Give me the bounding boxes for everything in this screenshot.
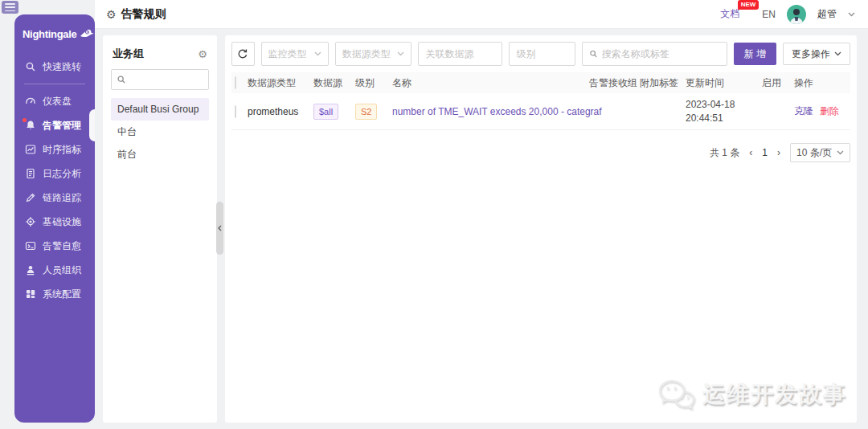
col-name: 名称: [392, 76, 589, 90]
business-group-title: 业务组: [113, 47, 144, 61]
sidebar-item-tracing[interactable]: 链路追踪: [14, 186, 95, 210]
related-datasource-input[interactable]: [425, 48, 495, 59]
col-datasource-type: 数据源类型: [248, 76, 313, 90]
current-page[interactable]: 1: [762, 147, 768, 158]
username[interactable]: 超管: [817, 7, 837, 21]
severity-input[interactable]: [516, 48, 567, 59]
table-header-row: 数据源类型 数据源 级别 名称 告警接收组 附加标签 更新时间 启用 操作: [231, 72, 850, 93]
chevron-down-icon: [314, 51, 321, 56]
pagination: 共 1 条 ‹ 1 › 10 条/页: [231, 143, 850, 162]
col-notify-groups: 告警接收组: [589, 76, 640, 90]
next-page-icon[interactable]: ›: [777, 147, 780, 158]
sidebar-item-personnel[interactable]: 人员组织: [14, 258, 95, 282]
business-group-gear-icon[interactable]: ⚙: [198, 48, 207, 60]
related-datasource-input-wrap: [418, 42, 502, 66]
datasource-tag: $all: [313, 104, 338, 120]
table-row: prometheus $all S2 number of TME_WAIT ex…: [231, 93, 850, 130]
file-icon: [25, 168, 36, 179]
row-checkbox[interactable]: [235, 105, 236, 118]
severity-input-wrap: [509, 42, 575, 66]
sidebar-item-log-analysis[interactable]: 日志分析: [14, 161, 95, 186]
pencil-icon: [25, 192, 36, 203]
col-operations: 操作: [794, 76, 850, 90]
chevron-down-icon: [397, 51, 404, 56]
terminal-icon: [25, 240, 36, 251]
cell-datasource-type: prometheus: [248, 106, 313, 117]
more-actions-button[interactable]: 更多操作: [783, 43, 850, 65]
business-group-search-input[interactable]: [129, 74, 202, 85]
sidebar-menu: 快速跳转 仪表盘 告警管理 时序指标 日志分析 链路追踪 基础设施: [14, 55, 95, 306]
refresh-button[interactable]: [231, 42, 255, 66]
col-severity: 级别: [355, 76, 392, 90]
sidebar-item-alert-self-healing[interactable]: 告警自愈: [14, 234, 95, 258]
delete-link[interactable]: 删除: [820, 105, 839, 116]
page-title: ⚙ 告警规则: [106, 7, 166, 22]
sidebar-divider: [24, 84, 85, 84]
select-all-checkbox[interactable]: [235, 76, 236, 89]
business-group-item[interactable]: 前台: [111, 143, 209, 165]
language-switch[interactable]: EN: [762, 9, 776, 20]
gauge-icon: [25, 96, 36, 107]
chevron-down-icon: [837, 150, 844, 155]
sidebar-item-dashboard[interactable]: 仪表盘: [14, 89, 95, 113]
sidebar-item-infrastructure[interactable]: 基础设施: [14, 210, 95, 234]
chevron-down-icon: [834, 51, 841, 56]
grid-icon: [25, 288, 36, 300]
clone-link[interactable]: 克隆: [794, 105, 813, 116]
refresh-icon: [237, 48, 248, 59]
search-input-wrap: [582, 42, 727, 66]
business-group-item[interactable]: Default Busi Group: [111, 98, 209, 121]
business-group-header: 业务组 ⚙: [111, 47, 209, 61]
search-input[interactable]: [602, 48, 720, 59]
header-right: 文档 NEW EN 超管: [720, 5, 855, 24]
sidebar: Nightingale 快速跳转 仪表盘 告警管理 时序指标: [14, 14, 95, 423]
pagination-total: 共 1 条: [710, 146, 739, 160]
col-datasource: 数据源: [313, 76, 355, 90]
target-icon: [25, 216, 36, 227]
add-button[interactable]: 新 增: [734, 43, 776, 65]
business-group-search[interactable]: [111, 69, 209, 90]
cell-update-at: 2023-04-18 20:44:51: [686, 98, 762, 125]
active-item-notch: [89, 109, 95, 141]
avatar[interactable]: [787, 5, 806, 24]
sidebar-item-system-config[interactable]: 系统配置: [14, 282, 95, 306]
app-logo[interactable]: Nightingale: [14, 14, 95, 48]
business-group-item[interactable]: 中台: [111, 121, 209, 143]
window-collapse-icon[interactable]: [2, 1, 18, 14]
avatar-person-icon: [787, 5, 806, 24]
sidebar-item-time-series[interactable]: 时序指标: [14, 137, 95, 161]
docs-link[interactable]: 文档 NEW: [720, 7, 739, 21]
alert-rules-panel: 监控类型 数据源类型 新 增 更多操作 数据源类型 数据源 级别 名称: [225, 35, 857, 423]
col-enabled: 启用: [762, 76, 794, 90]
new-badge: NEW: [738, 0, 760, 10]
search-icon: [117, 75, 126, 84]
person-icon: [25, 264, 36, 276]
chevron-left-icon: [218, 225, 222, 231]
page-size-select[interactable]: 10 条/页: [790, 143, 850, 162]
search-icon: [25, 61, 36, 72]
cell-operations: 克隆删除: [794, 104, 850, 118]
col-update-at: 更新时间: [686, 76, 762, 90]
settings-gear-icon: ⚙: [106, 9, 117, 20]
bell-icon: [25, 120, 36, 131]
chevron-down-icon[interactable]: [848, 12, 855, 17]
datasource-type-select[interactable]: 数据源类型: [335, 42, 412, 66]
monitor-type-select[interactable]: 监控类型: [261, 42, 329, 66]
severity-tag: S2: [355, 104, 377, 120]
nightingale-bird-icon: [80, 27, 96, 40]
business-group-panel: 业务组 ⚙ Default Busi Group 中台 前台: [103, 35, 217, 423]
prev-page-icon[interactable]: ‹: [749, 147, 752, 158]
rule-name-link[interactable]: number of TME_WAIT exceeds 20,000 - cate…: [392, 106, 602, 117]
filter-toolbar: 监控类型 数据源类型 新 增 更多操作: [231, 42, 850, 66]
col-append-tags: 附加标签: [640, 76, 686, 90]
sidebar-item-quick-jump[interactable]: 快速跳转: [14, 55, 95, 79]
sidebar-item-alert-management[interactable]: 告警管理: [14, 113, 95, 137]
app-logo-text: Nightingale: [23, 28, 76, 40]
toggle-knob: [764, 113, 774, 124]
panel-collapse-handle[interactable]: [216, 202, 223, 255]
search-icon: [589, 49, 598, 59]
chart-icon: [25, 144, 36, 155]
alert-rules-table: 数据源类型 数据源 级别 名称 告警接收组 附加标签 更新时间 启用 操作 pr…: [231, 72, 850, 130]
top-header: ⚙ 告警规则 文档 NEW EN 超管: [95, 0, 868, 29]
